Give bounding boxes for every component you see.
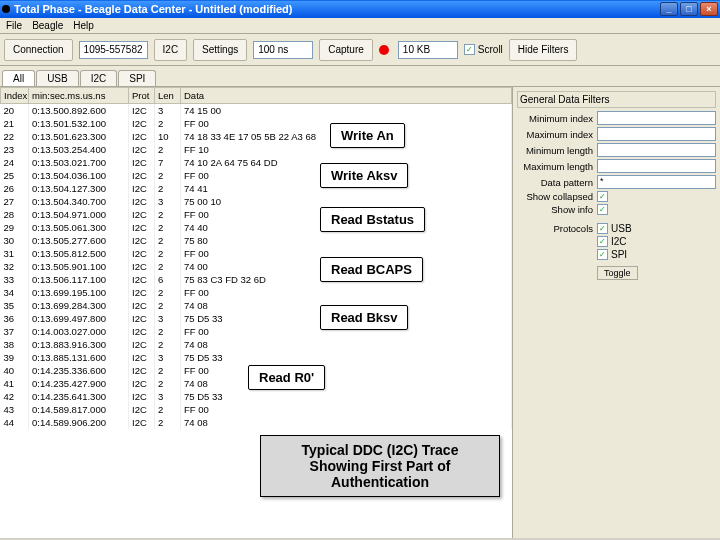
titlebar: Total Phase - Beagle Data Center - Untit… [0,0,720,18]
callout-summary: Typical DDC (I2C) Trace Showing First Pa… [260,435,500,497]
table-row[interactable]: 230:13.503.254.400I2C2FF 10 [1,143,512,156]
capture-button[interactable]: Capture [319,39,373,61]
tab-usb[interactable]: USB [36,70,79,86]
lbl-protocols: Protocols [517,223,597,234]
lbl-min-len: Minimum length [517,145,597,156]
menu-file[interactable]: File [6,20,22,31]
table-row[interactable]: 330:13.506.117.100I2C675 83 C3 FD 32 6D [1,273,512,286]
table-row[interactable]: 440:14.589.906.200I2C274 08 [1,416,512,429]
callout-read-bstatus: Read Bstatus [320,207,425,232]
table-row[interactable]: 250:13.504.036.100I2C2FF 00 [1,169,512,182]
protocol-tabs: All USB I2C SPI [0,66,720,86]
lbl-max-len: Maximum length [517,161,597,172]
scroll-label: Scroll [478,44,503,55]
table-row[interactable]: 290:13.505.061.300I2C274 40 [1,221,512,234]
min-index-input[interactable] [597,111,716,125]
show-collapsed-checkbox[interactable]: ✓ [597,191,608,202]
close-button[interactable]: × [700,2,718,16]
proto-usb-checkbox[interactable]: ✓USB [597,223,632,234]
lbl-show-info: Show info [517,204,597,215]
scroll-checkbox[interactable]: ✓ Scroll [464,44,503,55]
table-row[interactable]: 350:13.699.284.300I2C274 08 [1,299,512,312]
minimize-button[interactable]: _ [660,2,678,16]
callout-read-r0: Read R0' [248,365,325,390]
table-row[interactable]: 370:14.003.027.000I2C2FF 00 [1,325,512,338]
table-row[interactable]: 320:13.505.901.100I2C274 00 [1,260,512,273]
recording-indicator [2,5,10,13]
tab-spi[interactable]: SPI [118,70,156,86]
col-index[interactable]: Index [1,88,29,104]
lbl-show-collapsed: Show collapsed [517,191,597,202]
table-row[interactable]: 390:13.885.131.600I2C375 D5 33 [1,351,512,364]
table-row[interactable]: 430:14.589.817.000I2C2FF 00 [1,403,512,416]
table-row[interactable]: 420:14.235.641.300I2C375 D5 33 [1,390,512,403]
col-prot[interactable]: Prot [129,88,155,104]
filter-panel: General Data Filters Minimum index Maxim… [512,87,720,538]
table-row[interactable]: 200:13.500.892.600I2C374 15 00 [1,104,512,118]
serial-field[interactable]: 1095-557582 [79,41,148,59]
sample-field[interactable]: 100 ns [253,41,313,59]
hide-filters-button[interactable]: Hide Filters [509,39,578,61]
proto-i2c-checkbox[interactable]: ✓I2C [597,236,627,247]
menu-beagle[interactable]: Beagle [32,20,63,31]
trace-table-area: Index min:sec.ms.us.ns Prot Len Data 200… [0,87,512,538]
col-len[interactable]: Len [155,88,181,104]
data-pattern-input[interactable]: * [597,175,716,189]
connection-button[interactable]: Connection [4,39,73,61]
proto-select[interactable]: I2C [154,39,188,61]
buffer-field[interactable]: 10 KB [398,41,458,59]
table-row[interactable]: 220:13.501.623.300I2C1074 18 33 4E 17 05… [1,130,512,143]
menubar: File Beagle Help [0,18,720,34]
table-row[interactable]: 380:13.883.916.300I2C274 08 [1,338,512,351]
lbl-min-index: Minimum index [517,113,597,124]
table-row[interactable]: 270:13.504.340.700I2C375 00 10 [1,195,512,208]
window-title: Total Phase - Beagle Data Center - Untit… [14,3,660,15]
table-row[interactable]: 210:13.501.532.100I2C2FF 00 [1,117,512,130]
content-area: Index min:sec.ms.us.ns Prot Len Data 200… [0,86,720,538]
callout-read-bksv: Read Bksv [320,305,408,330]
settings-button[interactable]: Settings [193,39,247,61]
menu-help[interactable]: Help [73,20,94,31]
tab-i2c[interactable]: I2C [80,70,118,86]
record-dot-icon [379,45,389,55]
max-index-input[interactable] [597,127,716,141]
proto-spi-checkbox[interactable]: ✓SPI [597,249,627,260]
maximize-button[interactable]: □ [680,2,698,16]
toggle-button[interactable]: Toggle [597,266,638,280]
checkbox-icon: ✓ [464,44,475,55]
table-row[interactable]: 340:13.699.195.100I2C2FF 00 [1,286,512,299]
table-row[interactable]: 300:13.505.277.600I2C275 80 [1,234,512,247]
max-len-input[interactable] [597,159,716,173]
callout-write-an: Write An [330,123,405,148]
lbl-data-pattern: Data pattern [517,177,597,188]
lbl-max-index: Maximum index [517,129,597,140]
table-row[interactable]: 260:13.504.127.300I2C274 41 [1,182,512,195]
callout-write-aksv: Write Aksv [320,163,408,188]
col-data[interactable]: Data [181,88,512,104]
table-row[interactable]: 240:13.503.021.700I2C774 10 2A 64 75 64 … [1,156,512,169]
table-row[interactable]: 360:13.699.497.800I2C375 D5 33 [1,312,512,325]
min-len-input[interactable] [597,143,716,157]
tab-all[interactable]: All [2,70,35,86]
filter-header: General Data Filters [517,91,716,108]
show-info-checkbox[interactable]: ✓ [597,204,608,215]
toolbar: Connection 1095-557582 I2C Settings 100 … [0,34,720,66]
table-row[interactable]: 310:13.505.812.500I2C2FF 00 [1,247,512,260]
col-time[interactable]: min:sec.ms.us.ns [29,88,129,104]
callout-read-bcaps: Read BCAPS [320,257,423,282]
table-row[interactable]: 280:13.504.971.000I2C2FF 00 [1,208,512,221]
